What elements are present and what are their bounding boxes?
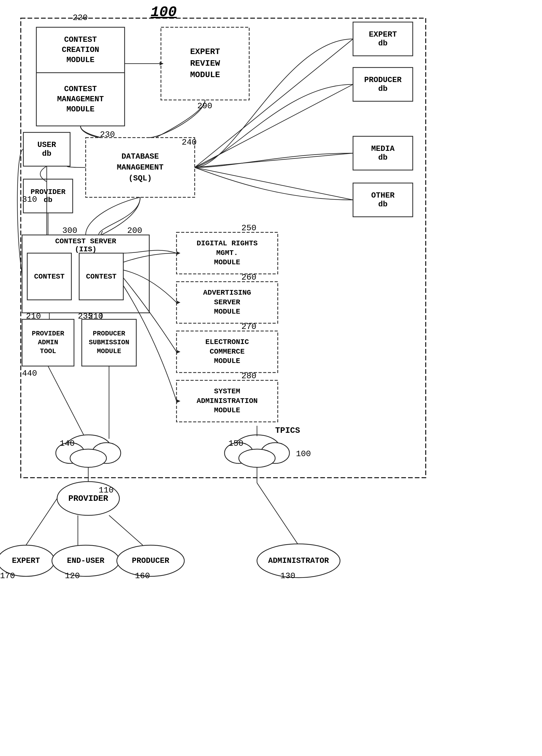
ref-140: 140 bbox=[60, 439, 75, 448]
svg-line-20 bbox=[101, 231, 103, 235]
ref-120: 120 bbox=[65, 571, 80, 581]
expert-db-label: EXPERT db bbox=[353, 22, 413, 56]
svg-point-36 bbox=[92, 443, 121, 463]
ref-100b: 100 bbox=[296, 449, 311, 459]
ref-250: 250 bbox=[241, 223, 256, 233]
contest-left-label: CONTEST bbox=[27, 253, 71, 300]
sysadm-label: SYSTEM ADMINISTRATION MODULE bbox=[177, 380, 278, 422]
contest-management-module-label: CONTEST MANAGEMENT MODULE bbox=[36, 73, 125, 126]
ref-440: 440 bbox=[22, 369, 37, 378]
ref-230: 230 bbox=[100, 130, 115, 139]
ref-270: 270 bbox=[241, 322, 256, 332]
svg-line-46 bbox=[26, 498, 57, 545]
ref-150: 150 bbox=[228, 439, 243, 448]
svg-point-41 bbox=[239, 449, 275, 467]
producer-db-label: PRODUCER db bbox=[353, 67, 413, 101]
ref-110: 110 bbox=[99, 485, 114, 495]
ref-130: 130 bbox=[280, 571, 295, 581]
enduser-actor-label: END-USER bbox=[52, 545, 119, 576]
ref-170: 170 bbox=[0, 571, 15, 581]
contest-right-label: CONTEST bbox=[79, 253, 123, 300]
drm-label: DIGITAL RIGHTS MGMT. MODULE bbox=[177, 232, 278, 274]
svg-line-53 bbox=[257, 483, 299, 545]
ref-300: 300 bbox=[62, 226, 77, 235]
contest-creation-module-label: CONTEST CREATION MODULE bbox=[36, 27, 125, 73]
user-db-label: USER db bbox=[23, 132, 70, 166]
svg-point-40 bbox=[261, 443, 289, 463]
producer-actor-label: PRODUCER bbox=[117, 545, 184, 576]
ref-310: 310 bbox=[22, 195, 37, 204]
svg-line-24 bbox=[195, 167, 353, 200]
other-db-label: OTHER db bbox=[353, 183, 413, 217]
ref-240: 240 bbox=[182, 138, 197, 147]
expert-review-module-label: EXPERT REVIEW MODULE bbox=[161, 27, 249, 100]
ref-260: 260 bbox=[241, 273, 256, 282]
ecommerce-label: ELECTRONIC COMMERCE MODULE bbox=[177, 331, 278, 373]
media-db-label: MEDIA db bbox=[353, 136, 413, 170]
ref-210a: 210 bbox=[26, 312, 41, 321]
ref-200: 200 bbox=[127, 226, 142, 235]
diagram-title: 100 bbox=[151, 4, 177, 21]
administrator-actor-label: ADMINISTRATOR bbox=[257, 545, 340, 576]
producer-submission-label: PRODUCER SUBMISSION MODULE bbox=[82, 319, 136, 366]
ref-280: 280 bbox=[241, 371, 256, 381]
svg-line-23 bbox=[195, 153, 353, 167]
ref-220: 220 bbox=[73, 13, 88, 23]
ref-290: 290 bbox=[197, 101, 212, 111]
tpics-label: TPICS bbox=[275, 426, 300, 435]
svg-point-37 bbox=[70, 449, 106, 467]
ref-160: 160 bbox=[135, 571, 150, 581]
ref-210b: 210 bbox=[88, 312, 103, 321]
contest-server-label: CONTEST SERVER (IIS) bbox=[22, 235, 149, 256]
provider-admin-tool-label: PROVIDER ADMIN TOOL bbox=[22, 319, 74, 366]
database-management-module-label: DATABASE MANAGEMENT (SQL) bbox=[86, 138, 195, 197]
svg-line-48 bbox=[109, 515, 143, 545]
diagram: 100 CONTEST CREATION MODULE CONTEST MANA… bbox=[0, 0, 542, 756]
advertising-label: ADVERTISING SERVER MODULE bbox=[177, 282, 278, 323]
svg-line-32 bbox=[48, 366, 86, 439]
